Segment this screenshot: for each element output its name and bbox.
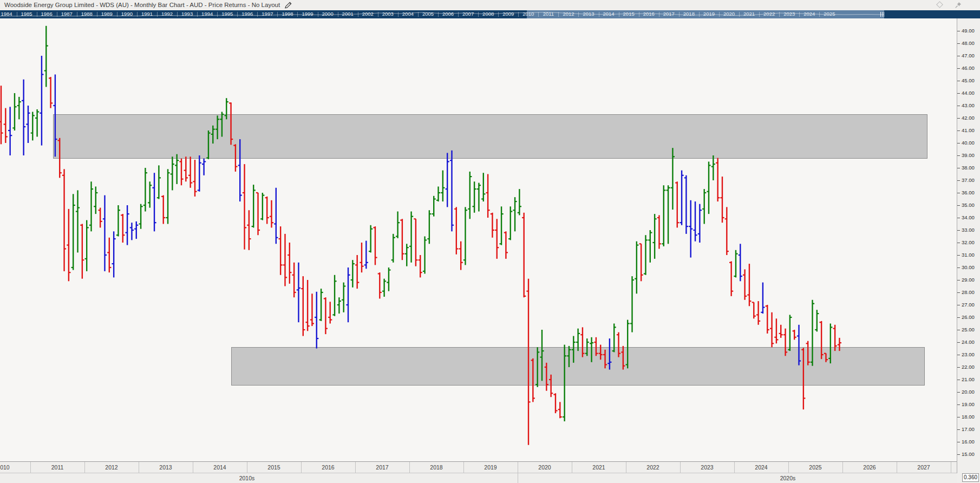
timeline-year-2020[interactable]: 2020 [718, 11, 740, 17]
timeline-year-1996[interactable]: 1996 [237, 11, 258, 17]
timeline-year-2024[interactable]: 2024 [799, 11, 820, 17]
price-tick [957, 330, 960, 330]
year-label-2015: 2015 [247, 464, 301, 471]
price-tick [957, 106, 960, 106]
timeline-year-1987[interactable]: 1987 [56, 11, 77, 17]
price-tick-label: 21.00 [962, 376, 975, 382]
timeline-year-2010[interactable]: 2010 [518, 11, 539, 17]
timeline-year-2009[interactable]: 2009 [498, 11, 519, 17]
timeline-year-2006[interactable]: 2006 [437, 11, 459, 17]
timeline-year-2007[interactable]: 2007 [458, 11, 479, 17]
timeline-year-1988[interactable]: 1988 [76, 11, 97, 17]
timeline-year-1998[interactable]: 1998 [277, 11, 298, 17]
timeline-drag-handle[interactable] [880, 12, 886, 17]
price-tick [957, 255, 960, 256]
timeline-year-2012[interactable]: 2012 [558, 11, 579, 17]
price-tick-label: 16.00 [962, 439, 975, 445]
price-tick-label: 20.00 [962, 389, 975, 395]
price-tick-label: 19.00 [962, 401, 975, 407]
price-tick [957, 43, 960, 44]
price-tick-label: 47.00 [962, 53, 975, 58]
timeline-year-2013[interactable]: 2013 [578, 11, 599, 17]
price-tick [957, 31, 960, 31]
upper-resistance-zone[interactable] [53, 114, 927, 159]
price-tick-label: 28.00 [962, 289, 975, 295]
price-tick [957, 305, 960, 305]
price-tick-label: 38.00 [962, 165, 975, 171]
year-label-2020: 2020 [518, 464, 572, 471]
lower-support-zone[interactable] [231, 347, 925, 386]
year-label-2028: 2028 [951, 464, 957, 471]
year-label-2013: 2013 [139, 464, 193, 471]
timeline-year-1999[interactable]: 1999 [297, 11, 318, 17]
price-tick-label: 42.00 [962, 115, 975, 121]
timeline-year-1994[interactable]: 1994 [197, 11, 218, 17]
price-bars-layer [0, 18, 957, 461]
pushpin-icon[interactable] [954, 1, 962, 9]
price-axis[interactable]: 49.0048.0047.0046.0045.0044.0043.0042.00… [957, 18, 980, 473]
price-tick [957, 317, 960, 318]
price-tick-label: 45.00 [962, 77, 975, 83]
timeline-year-2018[interactable]: 2018 [678, 11, 700, 17]
title-bar: Woodside Energy Group Limited - WDS (AU)… [0, 0, 980, 10]
year-label-2021: 2021 [572, 464, 626, 471]
timeline-year-2002[interactable]: 2002 [357, 11, 378, 17]
diamond-icon[interactable] [936, 1, 943, 8]
timeline-year-2014[interactable]: 2014 [598, 11, 619, 17]
year-label-2024: 2024 [734, 464, 788, 471]
timeline-year-1993[interactable]: 1993 [177, 11, 198, 17]
year-label-2016: 2016 [301, 464, 355, 471]
timeline-year-2016[interactable]: 2016 [638, 11, 659, 17]
timeline-year-2003[interactable]: 2003 [377, 11, 398, 17]
year-label-2023: 2023 [680, 464, 734, 471]
timeline-year-2001[interactable]: 2001 [337, 11, 358, 17]
price-tick [957, 280, 960, 280]
timeline-year-1989[interactable]: 1989 [96, 11, 117, 17]
timeline-year-2005[interactable]: 2005 [417, 11, 439, 17]
timeline-year-1997[interactable]: 1997 [257, 11, 278, 17]
year-label-2027: 2027 [897, 464, 951, 471]
timeline-year-2004[interactable]: 2004 [397, 11, 419, 17]
price-tick [957, 429, 960, 430]
price-tick-label: 23.00 [962, 351, 975, 357]
price-tick-label: 44.00 [962, 90, 975, 96]
price-tick [957, 243, 960, 243]
timeline-year-2023[interactable]: 2023 [779, 11, 800, 17]
year-label-2018: 2018 [409, 464, 463, 471]
timeline-year-1995[interactable]: 1995 [217, 11, 238, 17]
price-tick [957, 130, 960, 131]
year-axis[interactable]: 2010201120122013201420152016201720182019… [0, 461, 957, 473]
timeline-year-2000[interactable]: 2000 [317, 11, 338, 17]
timeline-year-1991[interactable]: 1991 [136, 11, 158, 17]
year-label-2012: 2012 [84, 464, 139, 471]
timeline-year-2025[interactable]: 2025 [819, 11, 840, 17]
timeline-year-2017[interactable]: 2017 [658, 11, 680, 17]
timeline-year-2021[interactable]: 2021 [739, 11, 760, 17]
price-tick [957, 442, 960, 442]
price-tick [957, 230, 960, 231]
price-tick [957, 292, 960, 293]
timeline-year-2015[interactable]: 2015 [618, 11, 639, 17]
timeline-year-2022[interactable]: 2022 [759, 11, 780, 17]
timeline-year-1984[interactable]: 1984 [0, 11, 17, 17]
pencil-icon[interactable] [284, 1, 292, 9]
price-tick-label: 26.00 [962, 314, 975, 320]
price-tick-label: 29.00 [962, 277, 975, 283]
timeline-year-2019[interactable]: 2019 [698, 11, 720, 17]
price-tick [957, 454, 960, 455]
timeline-year-1992[interactable]: 1992 [156, 11, 178, 17]
chart-canvas[interactable] [0, 18, 957, 461]
timeline-slider[interactable]: 1984198519861987198819891990199119921993… [0, 10, 980, 18]
price-tick [957, 417, 960, 417]
price-tick [957, 168, 960, 168]
timeline-year-1986[interactable]: 1986 [36, 11, 57, 17]
timeline-year-2011[interactable]: 2011 [538, 11, 559, 17]
year-label-2014: 2014 [193, 464, 247, 471]
decade-axis: 2010s2020s [0, 473, 957, 483]
timeline-year-1985[interactable]: 1985 [16, 11, 37, 17]
timeline-year-1990[interactable]: 1990 [116, 11, 138, 17]
price-tick-label: 43.00 [962, 102, 975, 108]
scale-value-box[interactable]: 0.360 [962, 473, 979, 482]
timeline-year-2008[interactable]: 2008 [478, 11, 499, 17]
price-tick-label: 35.00 [962, 202, 975, 208]
